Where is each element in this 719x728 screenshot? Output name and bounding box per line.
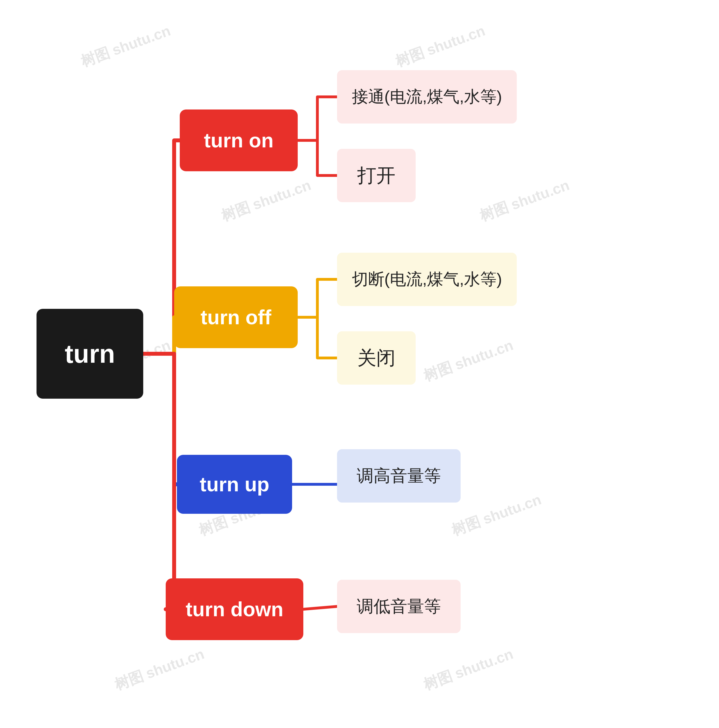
on-leaf1-node: 接通(电流,煤气,水等) [337, 70, 517, 124]
down-leaf1-label: 调低音量等 [357, 595, 441, 618]
turn-down-label: turn down [185, 598, 284, 621]
watermark: 树图 shutu.cn [392, 21, 488, 72]
turn-off-node: turn off [174, 286, 298, 348]
root-node: turn [37, 309, 143, 399]
off-leaf1-node: 切断(电流,煤气,水等) [337, 253, 517, 306]
turn-off-label: turn off [201, 306, 271, 329]
turn-on-node: turn on [180, 110, 298, 171]
off-leaf2-node: 关闭 [337, 331, 415, 385]
watermark: 树图 shutu.cn [477, 176, 572, 226]
on-leaf2-node: 打开 [337, 149, 415, 202]
watermark: 树图 shutu.cn [78, 21, 173, 72]
watermark: 树图 shutu.cn [449, 490, 544, 540]
off-leaf2-label: 关闭 [357, 345, 396, 371]
turn-on-label: turn on [204, 129, 274, 152]
turn-up-label: turn up [200, 473, 269, 496]
on-leaf2-label: 打开 [357, 163, 396, 188]
root-label: turn [65, 339, 115, 369]
turn-up-node: turn up [177, 455, 292, 514]
watermark: 树图 shutu.cn [219, 176, 314, 226]
up-leaf1-label: 调高音量等 [357, 465, 441, 487]
watermark: 树图 shutu.cn [421, 335, 516, 386]
watermark: 树图 shutu.cn [112, 644, 207, 695]
turn-down-node: turn down [166, 578, 304, 640]
up-leaf1-node: 调高音量等 [337, 449, 461, 503]
on-leaf1-label: 接通(电流,煤气,水等) [352, 86, 502, 108]
watermark: 树图 shutu.cn [421, 644, 516, 695]
down-leaf1-node: 调低音量等 [337, 580, 461, 633]
off-leaf1-label: 切断(电流,煤气,水等) [352, 268, 502, 290]
diagram: 树图 shutu.cn 树图 shutu.cn 树图 shutu.cn 树图 s… [0, 0, 719, 728]
